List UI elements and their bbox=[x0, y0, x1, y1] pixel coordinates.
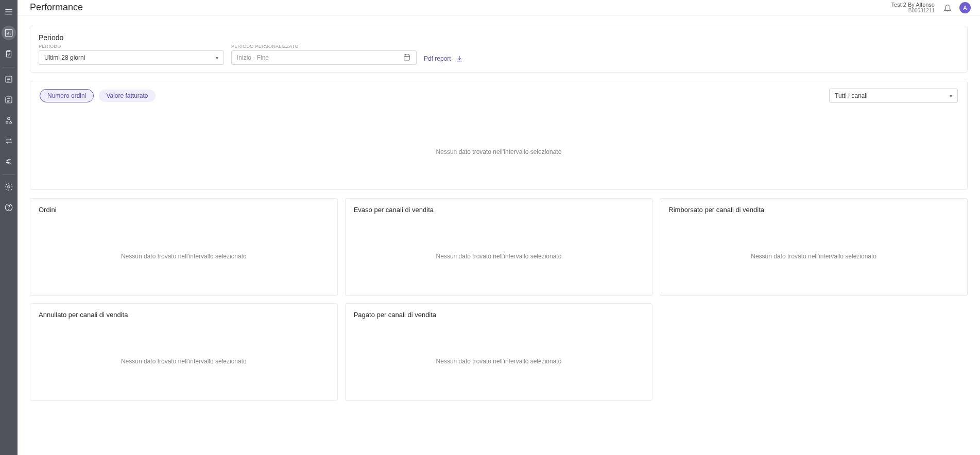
period-select[interactable]: Ultimi 28 giorni ▾ bbox=[39, 50, 224, 65]
avatar[interactable]: A bbox=[959, 2, 971, 13]
chip-numero-ordini[interactable]: Numero ordini bbox=[40, 89, 94, 102]
chip-valore-fatturato[interactable]: Valore fatturato bbox=[99, 90, 155, 102]
page-title: Performance bbox=[30, 2, 83, 13]
chevron-down-icon: ▾ bbox=[950, 93, 952, 99]
nav-shapes[interactable] bbox=[0, 112, 18, 129]
card-title: Evaso per canali di vendita bbox=[354, 206, 644, 214]
card-title: Pagato per canali di vendita bbox=[354, 311, 644, 319]
nav-transfer[interactable] bbox=[0, 132, 18, 150]
chart-icon bbox=[4, 28, 13, 38]
swap-icon bbox=[4, 136, 13, 146]
account-info: Test 2 By Alfonso B00031211 bbox=[891, 2, 935, 13]
card-ordini: Ordini Nessun dato trovato nell'interval… bbox=[30, 198, 338, 296]
channel-select[interactable]: Tutti i canali ▾ bbox=[829, 89, 958, 103]
menu-toggle[interactable] bbox=[0, 3, 18, 21]
card-pagato: Pagato per canali di vendita Nessun dato… bbox=[345, 303, 653, 401]
svg-rect-24 bbox=[404, 55, 410, 60]
card-title: Rimborsato per canali di vendita bbox=[668, 206, 959, 214]
card-annullato: Annullato per canali di vendita Nessun d… bbox=[30, 303, 338, 401]
nav-list1[interactable] bbox=[0, 71, 18, 88]
download-icon bbox=[455, 55, 463, 63]
sidebar-divider bbox=[3, 174, 15, 175]
card-empty-state: Nessun dato trovato nell'intervallo sele… bbox=[354, 322, 644, 386]
chevron-down-icon: ▾ bbox=[216, 55, 218, 61]
shapes-icon bbox=[4, 116, 13, 125]
euro-icon bbox=[4, 157, 13, 166]
hamburger-icon bbox=[4, 7, 13, 16]
help-icon bbox=[4, 203, 13, 212]
period-value: Ultimi 28 giorni bbox=[44, 54, 85, 61]
list-icon bbox=[4, 75, 13, 84]
bell-icon bbox=[943, 3, 952, 12]
svg-point-17 bbox=[8, 117, 10, 120]
periodo-card: Periodo PERIODO Ultimi 28 giorni ▾ PERIO… bbox=[30, 26, 968, 73]
channel-value: Tutti i canali bbox=[835, 92, 868, 99]
card-empty-state: Nessun dato trovato nell'intervallo sele… bbox=[354, 217, 644, 281]
nav-help[interactable] bbox=[0, 199, 18, 216]
account-id: B00031211 bbox=[891, 8, 935, 13]
custom-period-input[interactable]: Inizio - Fine bbox=[231, 50, 417, 65]
custom-period-placeholder: Inizio - Fine bbox=[237, 54, 269, 61]
svg-point-21 bbox=[8, 186, 10, 188]
custom-period-label: PERIODO PERSONALIZZATO bbox=[231, 44, 417, 49]
gear-icon bbox=[4, 182, 13, 191]
nav-euro[interactable] bbox=[0, 153, 18, 170]
nav-clipboard[interactable] bbox=[0, 45, 18, 63]
card-empty-state: Nessun dato trovato nell'intervallo sele… bbox=[39, 217, 329, 281]
periodo-title: Periodo bbox=[39, 33, 959, 42]
notifications-button[interactable] bbox=[942, 2, 953, 13]
chart-empty-state: Nessun dato trovato nell'intervallo sele… bbox=[39, 108, 959, 187]
svg-point-23 bbox=[9, 209, 9, 209]
chart-card: Numero ordini Valore fatturato Tutti i c… bbox=[30, 81, 968, 190]
list-icon bbox=[4, 95, 13, 104]
pdf-report-label: Pdf report bbox=[424, 55, 451, 62]
pdf-report-link[interactable]: Pdf report bbox=[424, 55, 463, 65]
svg-rect-18 bbox=[6, 121, 8, 124]
account-name: Test 2 By Alfonso bbox=[891, 2, 935, 8]
sidebar bbox=[0, 0, 18, 455]
nav-performance[interactable] bbox=[2, 26, 16, 40]
card-title: Annullato per canali di vendita bbox=[39, 311, 329, 319]
card-rimborsato: Rimborsato per canali di vendita Nessun … bbox=[660, 198, 968, 296]
period-label: PERIODO bbox=[39, 44, 224, 49]
clipboard-check-icon bbox=[4, 49, 13, 59]
calendar-icon bbox=[403, 53, 411, 63]
nav-settings[interactable] bbox=[0, 178, 18, 196]
card-empty-state: Nessun dato trovato nell'intervallo sele… bbox=[668, 217, 959, 281]
card-empty-state: Nessun dato trovato nell'intervallo sele… bbox=[39, 322, 329, 386]
sidebar-divider bbox=[3, 67, 15, 67]
topbar: Performance Test 2 By Alfonso B00031211 … bbox=[18, 0, 980, 15]
nav-list2[interactable] bbox=[0, 91, 18, 109]
card-evaso: Evaso per canali di vendita Nessun dato … bbox=[345, 198, 653, 296]
card-title: Ordini bbox=[39, 206, 329, 214]
